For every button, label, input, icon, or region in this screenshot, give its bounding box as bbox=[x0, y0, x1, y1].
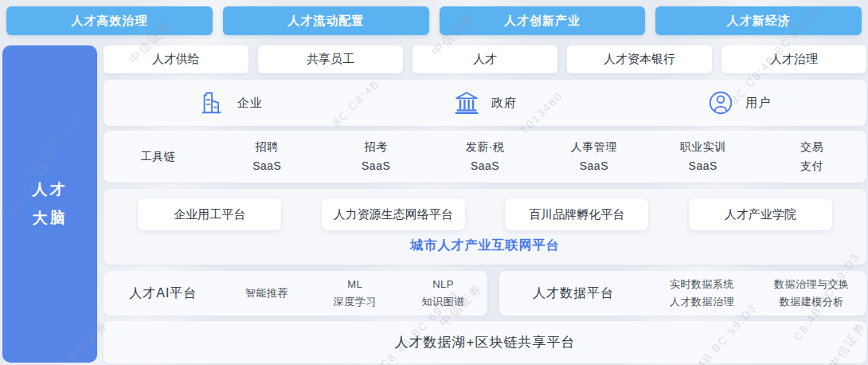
main-content: 人才供给 共享员工 人才 人才资本银行 人才治理 企业 bbox=[104, 45, 866, 363]
sidebar-talent-brain: 人才 大脑 bbox=[2, 45, 97, 363]
city-platform-panel: 企业用工平台 人力资源生态网络平台 百川品牌孵化平台 人才产业学院 城市人才产业… bbox=[104, 189, 866, 265]
data-lake-blockchain-platform: 人才数据湖+区块链共享平台 bbox=[104, 321, 866, 363]
card-talent-governance: 人才治理 bbox=[721, 45, 866, 73]
building-icon bbox=[199, 89, 226, 116]
card-hr-eco-network-platform: 人力资源生态网络平台 bbox=[322, 198, 465, 230]
sidebar-line1: 人才 bbox=[33, 175, 68, 204]
card-talent-supply: 人才供给 bbox=[104, 45, 248, 73]
saas-vocational-training: 职业实训SaaS bbox=[648, 138, 757, 175]
city-talent-industry-internet-platform-caption: 城市人才产业互联网平台 bbox=[104, 237, 866, 254]
actor-user: 用户 bbox=[612, 89, 866, 116]
ai-item-smart-recommendation: 智能推荐 bbox=[223, 285, 311, 302]
toolchain-title: 工具链 bbox=[104, 147, 213, 166]
card-talent-industry-academy: 人才产业学院 bbox=[689, 198, 832, 230]
card-talent-capital-bank: 人才资本银行 bbox=[567, 45, 712, 73]
saas-exam: 招考SaaS bbox=[322, 138, 431, 175]
actor-government: 政府 bbox=[358, 89, 612, 116]
pill-flow-allocation: 人才流动配置 bbox=[223, 6, 429, 35]
pill-new-economy: 人才新经济 bbox=[655, 6, 862, 35]
actor-enterprise: 企业 bbox=[104, 89, 358, 116]
toolchain-panel: 工具链 招聘SaaS 招考SaaS 发薪·税SaaS 人事管理SaaS 职业实训… bbox=[104, 131, 866, 182]
sidebar-line2: 大脑 bbox=[33, 204, 68, 233]
data-lake-blockchain-label: 人才数据湖+区块链共享平台 bbox=[395, 333, 576, 351]
actor-enterprise-label: 企业 bbox=[237, 96, 263, 111]
user-icon bbox=[707, 89, 734, 116]
card-shared-staff: 共享员工 bbox=[258, 45, 403, 73]
actor-user-label: 用户 bbox=[745, 96, 771, 111]
talent-brain-architecture-diagram: 人才高效治理 人才流动配置 人才创新产业 人才新经济 人才 大脑 人才供给 共享… bbox=[0, 0, 868, 365]
ai-item-ml-deep-learning: ML深度学习 bbox=[311, 276, 399, 311]
saas-hr-management: 人事管理SaaS bbox=[539, 138, 648, 175]
platform-cards-row: 企业用工平台 人力资源生态网络平台 百川品牌孵化平台 人才产业学院 bbox=[104, 189, 866, 230]
top-pills-row: 人才高效治理 人才流动配置 人才创新产业 人才新经济 bbox=[6, 6, 862, 35]
bank-icon bbox=[453, 89, 480, 116]
ai-item-nlp-knowledge-graph: NLP知识图谱 bbox=[399, 276, 487, 311]
saas-payroll-tax: 发薪·税SaaS bbox=[431, 138, 540, 175]
card-baichuan-brand-incubation-platform: 百川品牌孵化平台 bbox=[505, 198, 648, 230]
talent-data-platform-panel: 人才数据平台 实时数据系统人才数据治理 数据治理与交换数据建模分析 bbox=[499, 271, 866, 316]
talent-ai-platform-title: 人才AI平台 bbox=[104, 285, 223, 302]
data-item-exchange-modeling: 数据治理与交换数据建模分析 bbox=[757, 276, 866, 311]
card-enterprise-employment-platform: 企业用工平台 bbox=[138, 198, 281, 230]
trade-payment: 交易支付 bbox=[757, 138, 866, 175]
card-talent: 人才 bbox=[412, 45, 557, 73]
actor-government-label: 政府 bbox=[491, 96, 517, 111]
talent-ai-platform-panel: 人才AI平台 智能推荐 ML深度学习 NLP知识图谱 bbox=[104, 271, 487, 316]
ai-data-row: 人才AI平台 智能推荐 ML深度学习 NLP知识图谱 人才数据平台 实时数据系统… bbox=[104, 271, 866, 316]
talent-data-platform-title: 人才数据平台 bbox=[499, 285, 647, 302]
capability-cards-row: 人才供给 共享员工 人才 人才资本银行 人才治理 bbox=[104, 45, 866, 73]
saas-recruiting: 招聘SaaS bbox=[213, 138, 322, 175]
actors-panel: 企业 政府 bbox=[104, 80, 866, 126]
data-item-realtime-governance: 实时数据系统人才数据治理 bbox=[647, 276, 757, 311]
pill-innovation-industry: 人才创新产业 bbox=[440, 6, 646, 35]
pill-efficient-governance: 人才高效治理 bbox=[6, 6, 213, 35]
